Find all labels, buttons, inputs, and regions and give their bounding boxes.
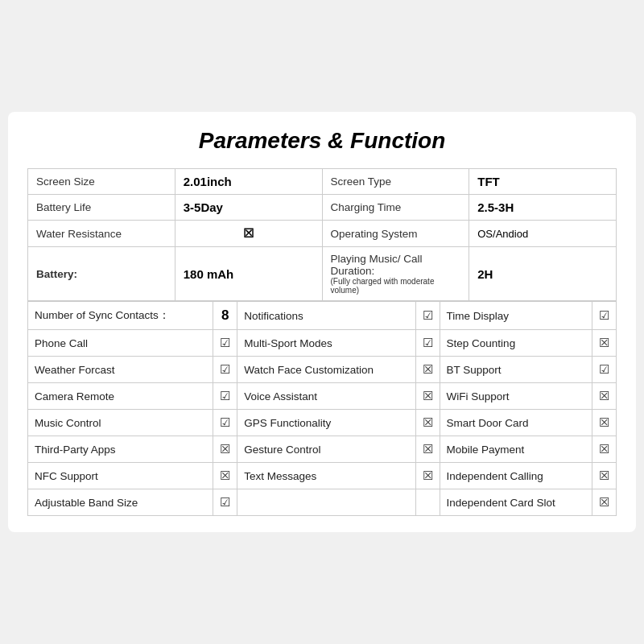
spec-label: Water Resistance: [28, 221, 175, 247]
feat-check: [415, 489, 440, 516]
feat-label: Step Counting: [440, 330, 592, 357]
spec-value: 2.01inch: [175, 169, 322, 195]
feature-row: Adjustable Band Size ☑ Independent Card …: [28, 489, 617, 516]
feat-label: Smart Door Card: [440, 410, 592, 436]
spec-label: Battery Life: [28, 195, 175, 221]
spec-label: Playing Music/ Call Duration: (Fully cha…: [322, 247, 469, 301]
feat-check: ☒: [592, 383, 617, 410]
time-display-check: ☑: [592, 302, 617, 330]
feat-label: Music Control: [28, 410, 213, 436]
spec-row: Screen Size 2.01inch Screen Type TFT: [28, 169, 617, 195]
spec-label: Operating System: [322, 221, 469, 247]
feat-label: Gesture Control: [237, 436, 415, 463]
spec-row: Water Resistance ☒ Operating System OS/A…: [28, 221, 617, 247]
spec-value: 2H: [469, 247, 617, 301]
spec-value: TFT: [469, 169, 617, 195]
feat-label: BT Support: [440, 357, 592, 383]
main-card: Parameters & Function Screen Size 2.01in…: [8, 112, 636, 532]
feat-check: ☑: [213, 357, 237, 383]
feat-check: ☑: [213, 489, 237, 516]
feat-check: ☑: [213, 330, 237, 357]
features-header-row: Number of Sync Contacts： 8 Notifications…: [28, 302, 617, 330]
spec-label: Battery:: [28, 247, 175, 301]
feat-label: Third-Party Apps: [28, 436, 213, 463]
spec-row: Battery: 180 mAh Playing Music/ Call Dur…: [28, 247, 617, 301]
sync-contacts-value: 8: [213, 302, 237, 330]
feat-check: ☒: [592, 330, 617, 357]
notifications-label: Notifications: [237, 302, 415, 330]
feat-check: ☒: [415, 357, 440, 383]
feat-check: ☒: [213, 436, 237, 463]
specs-table: Screen Size 2.01inch Screen Type TFT Bat…: [27, 168, 617, 301]
feat-label: Phone Call: [28, 330, 213, 357]
feat-label: [237, 489, 415, 516]
feature-row: Music Control ☑ GPS Functionality ☒ Smar…: [28, 410, 617, 436]
feature-row: Third-Party Apps ☒ Gesture Control ☒ Mob…: [28, 436, 617, 463]
sync-contacts-label: Number of Sync Contacts：: [28, 302, 213, 330]
feat-label: Text Messages: [237, 463, 415, 489]
feat-check: ☒: [213, 463, 237, 489]
feat-check: ☑: [213, 383, 237, 410]
feat-check: ☒: [415, 463, 440, 489]
feat-check: ☒: [415, 410, 440, 436]
notifications-check: ☑: [415, 302, 440, 330]
feature-row: Phone Call ☑ Multi-Sport Modes ☑ Step Co…: [28, 330, 617, 357]
feat-check: ☒: [592, 410, 617, 436]
feat-check: ☑: [213, 410, 237, 436]
spec-row: Battery Life 3-5Day Charging Time 2.5-3H: [28, 195, 617, 221]
feat-check: ☑: [592, 357, 617, 383]
feature-row: Camera Remote ☑ Voice Assistant ☒ WiFi S…: [28, 383, 617, 410]
spec-label: Charging Time: [322, 195, 469, 221]
feat-label: Watch Face Customization: [237, 357, 415, 383]
spec-value: 3-5Day: [175, 195, 322, 221]
spec-label: Screen Type: [322, 169, 469, 195]
feat-label: Independent Calling: [440, 463, 592, 489]
features-table: Number of Sync Contacts： 8 Notifications…: [27, 301, 617, 516]
feat-label: Independent Card Slot: [440, 489, 592, 516]
page-title: Parameters & Function: [27, 128, 617, 154]
feat-label: GPS Functionality: [237, 410, 415, 436]
feat-check: ☒: [415, 383, 440, 410]
feat-check: ☒: [592, 489, 617, 516]
feat-label: WiFi Support: [440, 383, 592, 410]
feat-label: NFC Support: [28, 463, 213, 489]
spec-value: 2.5-3H: [469, 195, 617, 221]
feat-label: Multi-Sport Modes: [237, 330, 415, 357]
feat-check: ☒: [415, 436, 440, 463]
feature-row: Weather Forcast ☑ Watch Face Customizati…: [28, 357, 617, 383]
spec-value: 180 mAh: [175, 247, 322, 301]
feature-row: NFC Support ☒ Text Messages ☒ Independen…: [28, 463, 617, 489]
feat-label: Camera Remote: [28, 383, 213, 410]
spec-value: OS/Andiod: [469, 221, 617, 247]
feat-check: ☑: [415, 330, 440, 357]
feat-check: ☒: [592, 436, 617, 463]
spec-value: ☒: [175, 221, 322, 247]
feat-check: ☒: [592, 463, 617, 489]
feat-label: Mobile Payment: [440, 436, 592, 463]
spec-label: Screen Size: [28, 169, 175, 195]
feat-label: Voice Assistant: [237, 383, 415, 410]
feat-label: Adjustable Band Size: [28, 489, 213, 516]
time-display-label: Time Display: [440, 302, 592, 330]
feat-label: Weather Forcast: [28, 357, 213, 383]
